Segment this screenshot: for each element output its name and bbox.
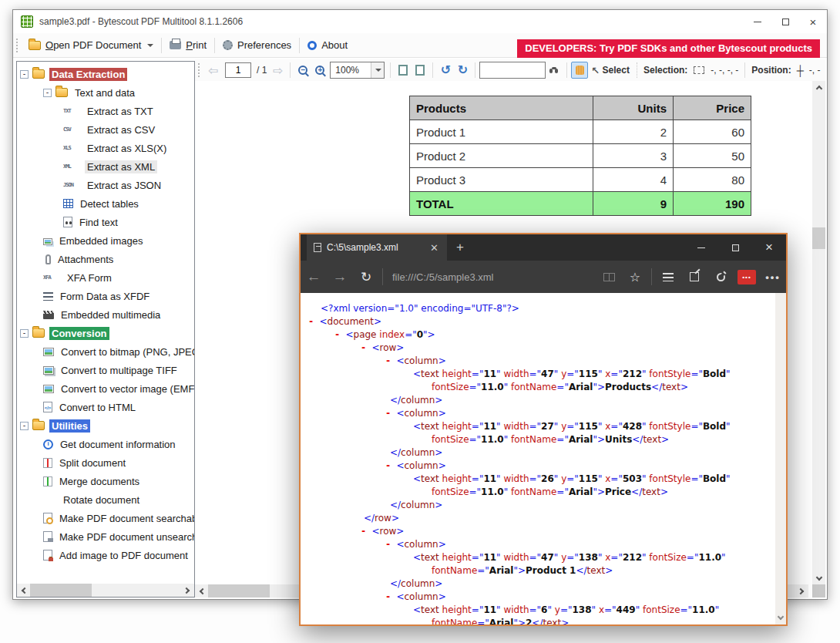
tab-close-icon[interactable]: ✕: [426, 241, 442, 255]
collapse-icon[interactable]: -: [308, 316, 319, 327]
tree-item-make-pdf-document-unsearchable[interactable]: Make PDF document unsearchable: [17, 527, 194, 546]
previous-page-button[interactable]: ⇦: [205, 62, 222, 79]
single-page-view-button[interactable]: [395, 62, 412, 79]
scrollbar-thumb[interactable]: [812, 227, 825, 249]
collapse-icon[interactable]: -: [385, 539, 396, 550]
tree-item-extract-as-xls-x[interactable]: XLSExtract as XLS(X): [17, 139, 194, 157]
reading-view-button[interactable]: [596, 264, 622, 290]
scroll-left-button[interactable]: [17, 584, 30, 597]
open-pdf-document-button[interactable]: Open PDF Document: [23, 36, 159, 54]
favorites-button[interactable]: ☆: [622, 264, 648, 290]
maximize-button[interactable]: [771, 10, 799, 33]
hand-tool-button[interactable]: [571, 62, 588, 79]
zoom-dropdown-button[interactable]: [371, 62, 384, 78]
find-icon: [63, 217, 72, 227]
collapse-icon[interactable]: -: [361, 342, 371, 353]
zoom-out-button[interactable]: −: [294, 62, 311, 79]
tree-item-convert-to-bitmap-png-jpeg[interactable]: Convert to bitmap (PNG, JPEG, ...): [17, 342, 194, 361]
print-button[interactable]: Print: [164, 36, 212, 54]
find-button[interactable]: [546, 62, 563, 79]
back-button[interactable]: ←: [301, 264, 327, 290]
tree-item-merge-documents[interactable]: Merge documents: [17, 472, 194, 490]
hub-button[interactable]: [655, 264, 681, 290]
tree-item-convert-to-multipage-tiff[interactable]: Convert to multipage TIFF: [17, 361, 194, 379]
tree-item-make-pdf-document-searchable[interactable]: Make PDF document searchable: [17, 509, 194, 527]
web-note-button[interactable]: [681, 264, 707, 290]
page-number-input[interactable]: [225, 62, 251, 78]
tree-item-detect-tables[interactable]: Detect tables: [17, 194, 194, 213]
close-button[interactable]: ×: [799, 10, 827, 33]
collapse-icon[interactable]: -: [334, 329, 345, 340]
xml-line: </column>: [390, 394, 775, 407]
more-button[interactable]: •••: [760, 264, 786, 290]
tree-item-split-document[interactable]: Split document: [17, 453, 194, 472]
scroll-up-button[interactable]: [812, 81, 825, 94]
collapse-icon[interactable]: -: [20, 329, 29, 338]
csv-badge-icon: CSV: [63, 124, 80, 135]
tree-horizontal-scrollbar[interactable]: [17, 584, 194, 597]
collapse-icon[interactable]: -: [20, 70, 29, 79]
tree-item-extract-as-xml[interactable]: XMLExtract as XML: [17, 157, 194, 176]
collapse-icon[interactable]: -: [361, 526, 371, 537]
browser-maximize-button[interactable]: [718, 234, 752, 261]
scroll-down-button[interactable]: [775, 611, 786, 624]
share-button[interactable]: [707, 264, 734, 290]
zoom-in-button[interactable]: +: [311, 62, 328, 79]
tree-item-embedded-multimedia[interactable]: Embedded multimedia: [17, 305, 194, 324]
tree-item-text-and-data[interactable]: -Text and data: [17, 83, 194, 102]
open-dropdown-icon[interactable]: [147, 44, 153, 47]
address-bar[interactable]: file:///C:/5/sample3.xml: [386, 271, 596, 283]
scrollbar-thumb[interactable]: [30, 584, 92, 597]
tree-item-conversion[interactable]: -Conversion: [17, 324, 194, 342]
tree-item-get-document-information[interactable]: Get document information: [17, 435, 194, 453]
preferences-button[interactable]: Preferences: [217, 36, 297, 54]
browser-tab[interactable]: C:\5\sample3.xml ✕: [307, 234, 447, 261]
minimize-button[interactable]: [744, 10, 771, 33]
developers-banner[interactable]: DEVELOPERS: Try PDF SDKs and other Bytes…: [517, 39, 820, 58]
browser-close-button[interactable]: ×: [752, 234, 786, 261]
collapse-icon[interactable]: -: [385, 460, 396, 471]
scrollbar-thumb[interactable]: [208, 584, 270, 598]
tree-item-form-data-as-xfdf[interactable]: Form Data as XFDF: [17, 287, 194, 305]
tree-item-convert-to-vector-image-emf[interactable]: Convert to vector image (EMF): [17, 379, 194, 398]
browser-scrollbar[interactable]: [775, 293, 786, 624]
scroll-down-button[interactable]: [812, 572, 825, 585]
pdf-vertical-scrollbar[interactable]: [812, 81, 825, 585]
tree-item-convert-to-html[interactable]: Convert to HTML: [17, 398, 194, 416]
collapse-icon[interactable]: -: [385, 355, 396, 366]
collapse-icon[interactable]: -: [385, 591, 396, 602]
tree-item-embedded-images[interactable]: Embedded images: [17, 231, 194, 250]
xml-line: </column>: [390, 499, 775, 512]
scroll-left-button[interactable]: [195, 584, 208, 598]
tree-item-attachments[interactable]: Attachments: [17, 250, 194, 268]
extension-button[interactable]: •••: [734, 264, 760, 290]
tree-item-extract-as-txt[interactable]: TXTExtract as TXT: [17, 102, 194, 120]
tree-item-extract-as-json[interactable]: JSONExtract as JSON: [17, 176, 194, 194]
tree-item-utilities[interactable]: -Utilities: [17, 416, 194, 435]
next-page-button[interactable]: ⇨: [269, 62, 286, 79]
select-tool-button[interactable]: ↖ Select: [588, 62, 633, 79]
zoom-level-combobox[interactable]: 100%: [330, 62, 385, 79]
facing-page-view-button[interactable]: [412, 62, 428, 79]
tree-item-find-text[interactable]: Find text: [17, 213, 194, 231]
browser-window: C:\5\sample3.xml ✕ + × ← → ↻ file:///C:/…: [299, 233, 788, 626]
forward-button[interactable]: →: [327, 264, 353, 290]
rotate-right-button[interactable]: ↻: [454, 62, 471, 79]
new-tab-button[interactable]: +: [447, 234, 473, 261]
about-button[interactable]: About: [302, 36, 353, 54]
tree-item-extract-as-csv[interactable]: CSVExtract as CSV: [17, 120, 194, 139]
browser-minimize-button[interactable]: [684, 234, 718, 261]
collapse-icon[interactable]: -: [43, 89, 52, 97]
scroll-right-button[interactable]: [181, 584, 194, 597]
tree-item-rotate-document[interactable]: Rotate document: [17, 490, 194, 509]
tree-item-xfa-form[interactable]: XFAXFA Form: [17, 268, 194, 287]
search-input[interactable]: [479, 62, 546, 79]
rotate-left-button[interactable]: ↺: [437, 62, 454, 79]
tree-item-add-image-to-pdf-document[interactable]: Add image to PDF document: [17, 546, 194, 564]
collapse-icon[interactable]: -: [20, 422, 29, 430]
table-header: Products: [410, 96, 593, 120]
collapse-icon[interactable]: -: [385, 408, 396, 419]
scroll-right-button[interactable]: [795, 584, 808, 598]
tree-item-data-extraction[interactable]: -Data Extraction: [17, 65, 194, 83]
refresh-button[interactable]: ↻: [353, 264, 379, 290]
